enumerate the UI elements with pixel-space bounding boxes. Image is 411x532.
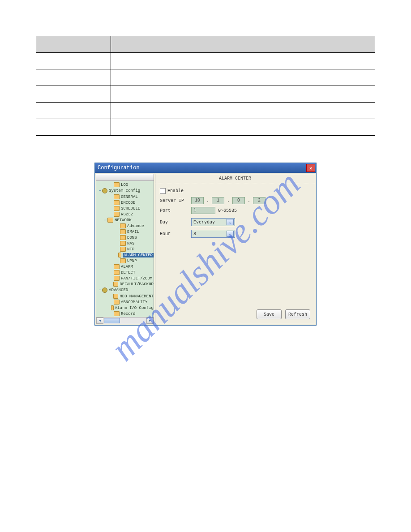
tree-item[interactable]: EMAIL — [96, 229, 154, 235]
tree-item[interactable]: −NETWORK — [96, 217, 154, 223]
form-title: ALARM CENTER — [155, 174, 315, 183]
parameters-table — [36, 36, 375, 136]
tree-expander-icon[interactable]: − — [103, 218, 107, 223]
port-label: Port — [160, 208, 191, 213]
tree-item[interactable]: Alarm I/O Config — [96, 305, 154, 311]
tree-header-bar — [96, 174, 154, 181]
gear-icon — [102, 287, 107, 293]
ip-segment-1[interactable]: 10 — [191, 197, 204, 204]
tree-item[interactable]: LOG — [96, 182, 154, 188]
folder-icon — [120, 247, 126, 252]
table-header-row — [36, 36, 375, 53]
tree-item[interactable]: ALARM — [96, 264, 154, 270]
folder-icon — [111, 305, 114, 310]
folder-icon — [120, 229, 126, 234]
chevron-down-icon[interactable]: ⌄ — [227, 231, 234, 237]
folder-icon — [118, 253, 122, 257]
tree-item[interactable]: Advance — [96, 223, 154, 229]
folder-icon — [114, 194, 120, 199]
tree-item[interactable]: DETECT — [96, 270, 154, 275]
server-ip-label: Server IP — [160, 198, 191, 203]
hour-label: Hour — [160, 232, 191, 236]
tree-item-label: ABNORMALITY — [121, 300, 147, 305]
table-row — [36, 119, 375, 136]
tree-item[interactable]: NAS — [96, 240, 154, 246]
folder-icon — [114, 264, 120, 269]
folder-icon — [114, 200, 120, 205]
configuration-window: Configuration ✕ LOG−System ConfigGENERAL… — [94, 163, 317, 326]
port-row: Port 1 0~65535 — [160, 206, 310, 215]
folder-icon — [120, 258, 126, 263]
tree-item-label: DDNS — [127, 236, 137, 240]
table-header-cell — [111, 36, 375, 53]
page-container: Configuration ✕ LOG−System ConfigGENERAL… — [0, 36, 411, 326]
hour-dropdown[interactable]: 8 ⌄ — [191, 230, 235, 238]
scroll-thumb[interactable] — [104, 318, 120, 323]
server-ip-row: Server IP 10 . 1 . 0 . 2 — [160, 196, 310, 206]
hour-value: 8 — [193, 232, 196, 236]
table-row — [36, 69, 375, 86]
port-input[interactable]: 1 — [191, 207, 215, 214]
day-value: Everyday — [193, 220, 215, 225]
refresh-button[interactable]: Refresh — [285, 309, 310, 319]
tree-item[interactable]: SCHEDULE — [96, 206, 154, 211]
tree-item[interactable]: −ADVANCED — [96, 287, 154, 293]
tree-item-label: HDD MANAGEMENT — [120, 294, 154, 299]
hour-row: Hour 8 ⌄ — [160, 229, 310, 239]
enable-checkbox[interactable] — [160, 188, 166, 194]
tree-item[interactable]: ABNORMALITY — [96, 299, 154, 305]
tree-item[interactable]: UPNP — [96, 258, 154, 264]
folder-icon — [114, 276, 120, 281]
tree-item-label: PAN/TILT/ZOOM — [121, 276, 152, 281]
folder-icon — [114, 270, 120, 275]
tree-item-label: Advance — [127, 224, 144, 228]
tree-item-label: NETWORK — [115, 218, 132, 223]
tree-item[interactable]: NTP — [96, 246, 154, 252]
tree-item-label: ALARM CENTER — [123, 253, 154, 257]
window-titlebar[interactable]: Configuration ✕ — [95, 163, 316, 173]
tree-item-label: EMAIL — [127, 230, 139, 234]
enable-label: Enable — [167, 189, 184, 193]
tree-item-label: Record — [121, 312, 135, 316]
tree-pane[interactable]: LOG−System ConfigGENERALENCODESCHEDULERS… — [96, 174, 154, 324]
enable-row: Enable — [160, 186, 310, 196]
tree-item[interactable]: −System Config — [96, 188, 154, 194]
tree-item[interactable]: HDD MANAGEMENT — [96, 293, 154, 299]
tree-item[interactable]: PAN/TILT/ZOOM — [96, 275, 154, 281]
tree-item[interactable]: DDNS — [96, 235, 154, 240]
scroll-right-icon[interactable]: ► — [146, 317, 154, 324]
tree-item[interactable]: ENCODE — [96, 200, 154, 206]
tree-item[interactable]: DEFAULT/BACKUP — [96, 281, 154, 287]
tree-expander-icon[interactable]: − — [98, 288, 102, 292]
folder-icon — [120, 241, 126, 246]
folder-icon — [113, 282, 119, 287]
ip-segment-3[interactable]: 0 — [232, 197, 245, 204]
form-pane: ALARM CENTER Enable Server IP 10 . 1 . 0… — [155, 174, 315, 324]
save-button[interactable]: Save — [257, 309, 282, 319]
scroll-left-icon[interactable]: ◄ — [96, 317, 103, 324]
gear-icon — [102, 188, 107, 193]
folder-icon — [114, 182, 120, 187]
tree-item-label: System Config — [109, 189, 140, 193]
tree-horizontal-scrollbar[interactable]: ◄ ► — [96, 317, 154, 324]
tree-expander-icon[interactable]: − — [98, 189, 102, 193]
tree-item-label: ALARM — [121, 265, 133, 269]
ip-segment-2[interactable]: 1 — [212, 197, 224, 204]
tree-item[interactable]: GENERAL — [96, 194, 154, 200]
close-icon[interactable]: ✕ — [306, 164, 315, 172]
tree-item-label: GENERAL — [121, 195, 138, 199]
tree-item[interactable]: RS232 — [96, 211, 154, 217]
table-header-cell — [36, 36, 111, 53]
tree-item-label: Alarm I/O Config — [115, 306, 154, 310]
tree-item[interactable]: ALARM CENTER — [96, 252, 154, 258]
tree-item-label: RS232 — [121, 212, 133, 217]
folder-icon — [114, 311, 120, 316]
tree-item-label: ENCODE — [121, 201, 135, 205]
day-dropdown[interactable]: Everyday ⌄ — [191, 218, 235, 226]
ip-segment-4[interactable]: 2 — [253, 197, 265, 204]
chevron-down-icon[interactable]: ⌄ — [227, 219, 234, 225]
tree-item-label: DETECT — [121, 270, 135, 275]
table-row — [36, 53, 375, 69]
tree-item-label: NTP — [127, 247, 134, 252]
tree-item[interactable]: Record — [96, 311, 154, 317]
